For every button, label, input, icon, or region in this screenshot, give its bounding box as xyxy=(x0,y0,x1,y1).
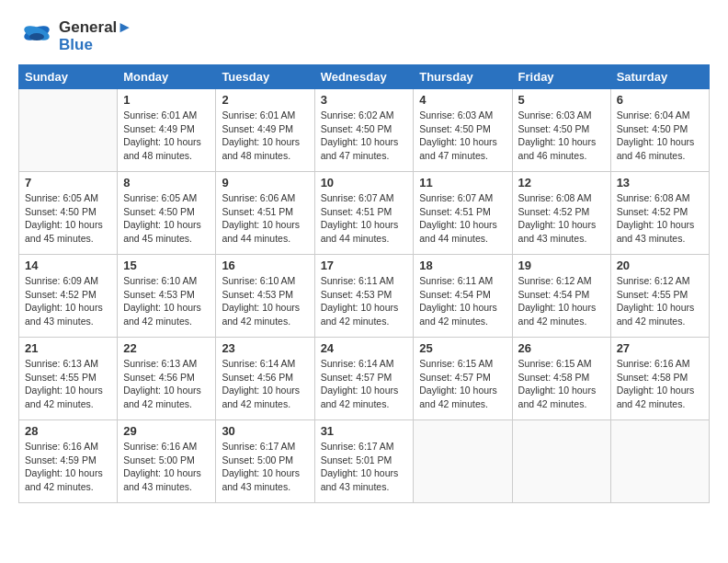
day-number: 2 xyxy=(222,93,308,107)
day-number: 6 xyxy=(617,93,703,107)
day-number: 16 xyxy=(222,259,308,272)
day-info: Sunrise: 6:10 AM Sunset: 4:53 PM Dayligh… xyxy=(123,274,210,328)
calendar-header-tuesday: Tuesday xyxy=(216,65,314,89)
day-info: Sunrise: 6:11 AM Sunset: 4:54 PM Dayligh… xyxy=(419,274,506,328)
calendar-cell: 1Sunrise: 6:01 AM Sunset: 4:49 PM Daylig… xyxy=(118,89,216,172)
calendar-cell: 5Sunrise: 6:03 AM Sunset: 4:50 PM Daylig… xyxy=(512,89,610,172)
calendar-header-wednesday: Wednesday xyxy=(314,65,414,89)
day-number: 1 xyxy=(123,93,210,107)
day-number: 29 xyxy=(123,424,210,438)
calendar-header-friday: Friday xyxy=(512,65,610,89)
calendar-cell: 11Sunrise: 6:07 AM Sunset: 4:51 PM Dayli… xyxy=(414,172,512,255)
logo: General► Blue xyxy=(18,18,132,55)
calendar-cell: 29Sunrise: 6:16 AM Sunset: 5:00 PM Dayli… xyxy=(118,420,216,503)
day-number: 27 xyxy=(617,341,703,355)
day-info: Sunrise: 6:17 AM Sunset: 5:01 PM Dayligh… xyxy=(321,440,408,494)
calendar-cell: 28Sunrise: 6:16 AM Sunset: 4:59 PM Dayli… xyxy=(19,420,118,503)
calendar-cell: 10Sunrise: 6:07 AM Sunset: 4:51 PM Dayli… xyxy=(314,172,414,255)
day-info: Sunrise: 6:01 AM Sunset: 4:49 PM Dayligh… xyxy=(222,109,308,163)
calendar-cell: 3Sunrise: 6:02 AM Sunset: 4:50 PM Daylig… xyxy=(314,89,414,172)
calendar-cell: 16Sunrise: 6:10 AM Sunset: 4:53 PM Dayli… xyxy=(216,255,314,338)
day-number: 28 xyxy=(25,424,111,438)
day-number: 24 xyxy=(321,341,408,355)
calendar-cell: 27Sunrise: 6:16 AM Sunset: 4:58 PM Dayli… xyxy=(610,338,709,420)
calendar-header-row: SundayMondayTuesdayWednesdayThursdayFrid… xyxy=(19,65,710,89)
calendar-cell: 23Sunrise: 6:14 AM Sunset: 4:56 PM Dayli… xyxy=(216,338,314,420)
day-info: Sunrise: 6:15 AM Sunset: 4:57 PM Dayligh… xyxy=(419,357,506,411)
calendar-cell: 26Sunrise: 6:15 AM Sunset: 4:58 PM Dayli… xyxy=(512,338,610,420)
calendar-week-row: 21Sunrise: 6:13 AM Sunset: 4:55 PM Dayli… xyxy=(19,338,710,420)
day-number: 17 xyxy=(321,259,408,272)
day-number: 20 xyxy=(617,259,703,272)
day-info: Sunrise: 6:12 AM Sunset: 4:55 PM Dayligh… xyxy=(617,274,703,328)
day-number: 31 xyxy=(321,424,408,438)
calendar-cell: 4Sunrise: 6:03 AM Sunset: 4:50 PM Daylig… xyxy=(414,89,512,172)
calendar-cell: 14Sunrise: 6:09 AM Sunset: 4:52 PM Dayli… xyxy=(19,255,118,338)
calendar-cell: 18Sunrise: 6:11 AM Sunset: 4:54 PM Dayli… xyxy=(414,255,512,338)
day-number: 12 xyxy=(518,176,605,190)
calendar-cell xyxy=(512,420,610,503)
day-info: Sunrise: 6:03 AM Sunset: 4:50 PM Dayligh… xyxy=(419,109,506,163)
day-info: Sunrise: 6:13 AM Sunset: 4:55 PM Dayligh… xyxy=(25,357,111,411)
day-info: Sunrise: 6:08 AM Sunset: 4:52 PM Dayligh… xyxy=(617,191,703,246)
calendar-cell: 17Sunrise: 6:11 AM Sunset: 4:53 PM Dayli… xyxy=(314,255,414,338)
day-number: 25 xyxy=(419,341,506,355)
calendar-cell: 2Sunrise: 6:01 AM Sunset: 4:49 PM Daylig… xyxy=(216,89,314,172)
calendar-header-sunday: Sunday xyxy=(19,65,118,89)
calendar-week-row: 28Sunrise: 6:16 AM Sunset: 4:59 PM Dayli… xyxy=(19,420,710,503)
day-info: Sunrise: 6:14 AM Sunset: 4:57 PM Dayligh… xyxy=(321,357,408,411)
day-number: 19 xyxy=(518,259,605,272)
day-info: Sunrise: 6:05 AM Sunset: 4:50 PM Dayligh… xyxy=(123,191,210,246)
calendar-cell: 22Sunrise: 6:13 AM Sunset: 4:56 PM Dayli… xyxy=(118,338,216,420)
day-number: 10 xyxy=(321,176,408,190)
calendar-cell xyxy=(19,89,118,172)
calendar-cell: 25Sunrise: 6:15 AM Sunset: 4:57 PM Dayli… xyxy=(414,338,512,420)
calendar-cell: 12Sunrise: 6:08 AM Sunset: 4:52 PM Dayli… xyxy=(512,172,610,255)
day-number: 3 xyxy=(321,93,408,107)
day-number: 4 xyxy=(419,93,506,107)
day-info: Sunrise: 6:09 AM Sunset: 4:52 PM Dayligh… xyxy=(25,274,111,328)
day-info: Sunrise: 6:12 AM Sunset: 4:54 PM Dayligh… xyxy=(518,274,605,328)
day-info: Sunrise: 6:06 AM Sunset: 4:51 PM Dayligh… xyxy=(222,191,308,246)
calendar-cell xyxy=(610,420,709,503)
calendar-cell: 30Sunrise: 6:17 AM Sunset: 5:00 PM Dayli… xyxy=(216,420,314,503)
calendar-cell: 21Sunrise: 6:13 AM Sunset: 4:55 PM Dayli… xyxy=(19,338,118,420)
day-number: 8 xyxy=(123,176,210,190)
calendar-header-saturday: Saturday xyxy=(610,65,709,89)
day-info: Sunrise: 6:16 AM Sunset: 5:00 PM Dayligh… xyxy=(123,440,210,494)
day-info: Sunrise: 6:14 AM Sunset: 4:56 PM Dayligh… xyxy=(222,357,308,411)
calendar-cell: 15Sunrise: 6:10 AM Sunset: 4:53 PM Dayli… xyxy=(118,255,216,338)
calendar-cell: 13Sunrise: 6:08 AM Sunset: 4:52 PM Dayli… xyxy=(610,172,709,255)
calendar-week-row: 1Sunrise: 6:01 AM Sunset: 4:49 PM Daylig… xyxy=(19,89,710,172)
day-number: 11 xyxy=(419,176,506,190)
day-number: 21 xyxy=(25,341,111,355)
logo-icon xyxy=(18,18,55,55)
day-info: Sunrise: 6:15 AM Sunset: 4:58 PM Dayligh… xyxy=(518,357,605,411)
calendar-week-row: 7Sunrise: 6:05 AM Sunset: 4:50 PM Daylig… xyxy=(19,172,710,255)
day-info: Sunrise: 6:10 AM Sunset: 4:53 PM Dayligh… xyxy=(222,274,308,328)
calendar-table: SundayMondayTuesdayWednesdayThursdayFrid… xyxy=(18,64,710,503)
calendar-cell: 6Sunrise: 6:04 AM Sunset: 4:50 PM Daylig… xyxy=(610,89,709,172)
day-info: Sunrise: 6:11 AM Sunset: 4:53 PM Dayligh… xyxy=(321,274,408,328)
day-number: 5 xyxy=(518,93,605,107)
calendar-cell xyxy=(414,420,512,503)
day-number: 13 xyxy=(617,176,703,190)
calendar-cell: 20Sunrise: 6:12 AM Sunset: 4:55 PM Dayli… xyxy=(610,255,709,338)
calendar-week-row: 14Sunrise: 6:09 AM Sunset: 4:52 PM Dayli… xyxy=(19,255,710,338)
day-info: Sunrise: 6:02 AM Sunset: 4:50 PM Dayligh… xyxy=(321,109,408,163)
day-number: 14 xyxy=(25,259,111,272)
day-info: Sunrise: 6:04 AM Sunset: 4:50 PM Dayligh… xyxy=(617,109,703,163)
day-info: Sunrise: 6:01 AM Sunset: 4:49 PM Dayligh… xyxy=(123,109,210,163)
calendar-header-thursday: Thursday xyxy=(414,65,512,89)
day-info: Sunrise: 6:07 AM Sunset: 4:51 PM Dayligh… xyxy=(419,191,506,246)
day-info: Sunrise: 6:08 AM Sunset: 4:52 PM Dayligh… xyxy=(518,191,605,246)
calendar-header-monday: Monday xyxy=(118,65,216,89)
svg-point-2 xyxy=(29,33,44,40)
page-header: General► Blue xyxy=(18,18,710,55)
day-number: 23 xyxy=(222,341,308,355)
logo-text: General► Blue xyxy=(59,19,132,53)
day-number: 15 xyxy=(123,259,210,272)
calendar-cell: 7Sunrise: 6:05 AM Sunset: 4:50 PM Daylig… xyxy=(19,172,118,255)
day-info: Sunrise: 6:16 AM Sunset: 4:59 PM Dayligh… xyxy=(25,440,111,494)
day-info: Sunrise: 6:16 AM Sunset: 4:58 PM Dayligh… xyxy=(617,357,703,411)
